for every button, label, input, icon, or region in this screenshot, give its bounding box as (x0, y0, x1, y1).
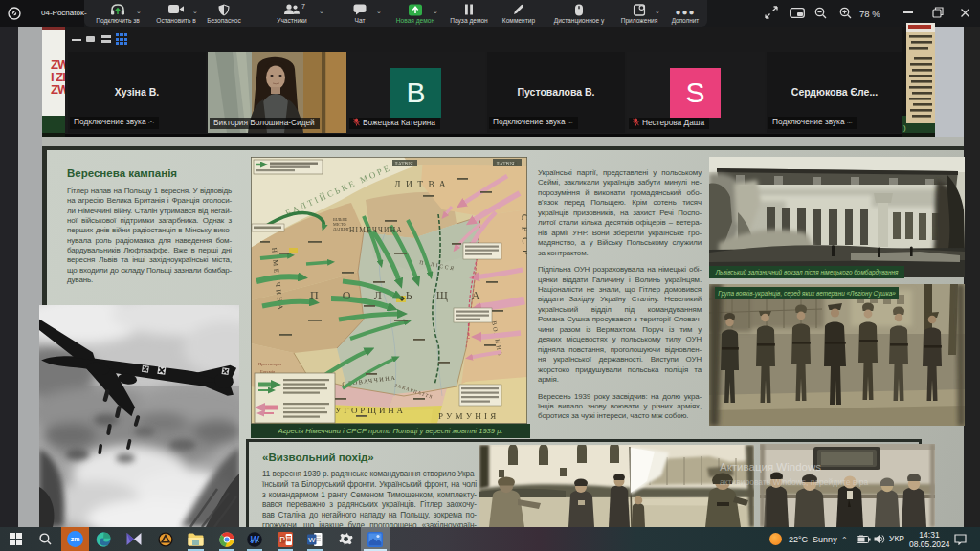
svg-text:W: W (308, 536, 316, 544)
svg-text:P: P (279, 535, 285, 544)
svg-text:W: W (250, 535, 260, 545)
